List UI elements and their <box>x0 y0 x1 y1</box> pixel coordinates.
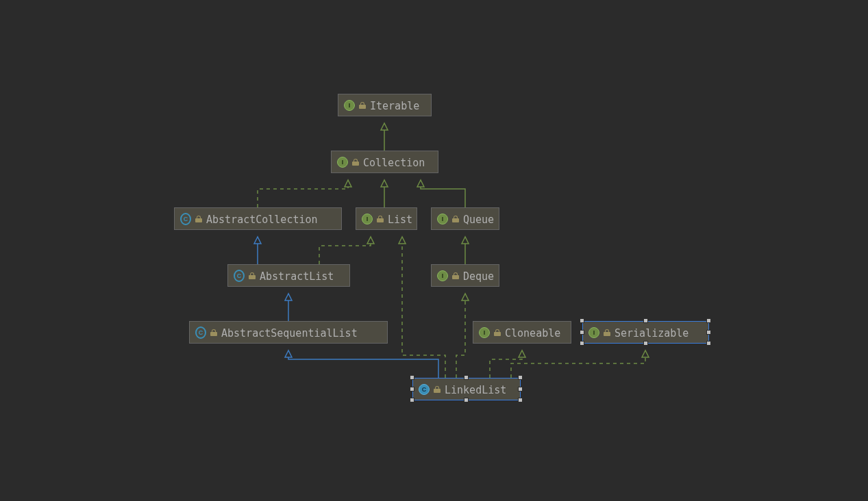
resize-handle[interactable] <box>410 387 414 391</box>
resize-handle[interactable] <box>519 398 522 402</box>
resize-handle[interactable] <box>707 319 710 322</box>
node-iterable[interactable]: IIterable <box>338 94 432 116</box>
class-icon: C <box>419 384 430 395</box>
resize-handle[interactable] <box>464 376 468 379</box>
node-linkedlist[interactable]: CLinkedList <box>412 378 521 400</box>
abstract-icon: C <box>234 270 245 281</box>
node-label: AbstractCollection <box>206 214 318 226</box>
lock-icon <box>359 102 366 109</box>
resize-handle[interactable] <box>707 331 710 334</box>
abstract-icon: C <box>180 214 191 224</box>
node-label: Deque <box>463 270 494 283</box>
interface-icon: I <box>344 100 355 111</box>
lock-icon <box>195 216 202 222</box>
node-deque[interactable]: IDeque <box>431 264 499 287</box>
resize-handle[interactable] <box>519 376 522 379</box>
node-abstractlist[interactable]: CAbstractList <box>227 264 350 287</box>
interface-icon: I <box>588 327 599 338</box>
resize-handle[interactable] <box>410 376 414 379</box>
node-label: AbstractSequentialList <box>221 327 358 339</box>
node-serializable[interactable]: ISerializable <box>582 321 709 344</box>
node-queue[interactable]: IQueue <box>431 207 499 230</box>
lock-icon <box>210 329 217 336</box>
resize-handle[interactable] <box>644 319 647 322</box>
node-label: LinkedList <box>445 384 506 396</box>
node-abstractcoll[interactable]: CAbstractCollection <box>174 207 342 230</box>
lock-icon <box>249 272 256 279</box>
lock-icon <box>604 329 610 336</box>
resize-handle[interactable] <box>410 398 414 402</box>
interface-icon: I <box>337 157 348 168</box>
resize-handle[interactable] <box>580 319 584 322</box>
node-collection[interactable]: ICollection <box>331 151 438 173</box>
resize-handle[interactable] <box>519 387 522 391</box>
node-cloneable[interactable]: ICloneable <box>473 321 571 344</box>
resize-handle[interactable] <box>707 342 710 345</box>
node-list[interactable]: IList <box>356 207 417 230</box>
abstract-icon: C <box>195 327 206 338</box>
resize-handle[interactable] <box>580 331 584 334</box>
lock-icon <box>352 159 359 166</box>
node-label: Collection <box>363 157 425 169</box>
interface-icon: I <box>479 327 490 338</box>
lock-icon <box>377 216 384 222</box>
lock-icon <box>452 272 459 279</box>
node-label: Cloneable <box>505 327 560 339</box>
node-label: Queue <box>463 214 494 226</box>
node-abstractseqlist[interactable]: CAbstractSequentialList <box>189 321 388 344</box>
node-label: List <box>388 214 412 226</box>
node-label: Serializable <box>615 327 689 339</box>
lock-icon <box>494 329 501 336</box>
node-label: AbstractList <box>260 270 334 283</box>
resize-handle[interactable] <box>644 342 647 345</box>
lock-icon <box>452 216 459 222</box>
interface-icon: I <box>437 270 448 281</box>
interface-icon: I <box>437 214 448 224</box>
lock-icon <box>434 386 441 393</box>
resize-handle[interactable] <box>580 342 584 345</box>
diagram-canvas[interactable]: IIterableICollectionCAbstractCollectionI… <box>0 0 868 501</box>
resize-handle[interactable] <box>464 398 468 402</box>
node-label: Iterable <box>370 100 419 112</box>
interface-icon: I <box>362 214 373 224</box>
